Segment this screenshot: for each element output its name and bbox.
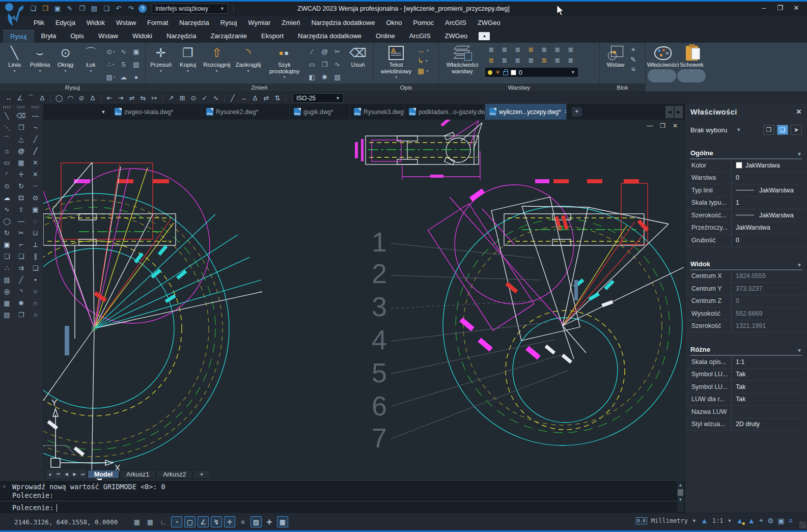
ribbon-tab[interactable]: Bryła [34,30,64,43]
section-header-rozne[interactable]: Różne▼ [690,346,802,356]
layer-current-icon[interactable]: ≣ [485,55,498,66]
chamfer-icon[interactable]: ╱ [15,274,27,286]
dimension-linear-icon[interactable]: ↔▾ [418,46,429,54]
property-row[interactable]: Styl wizua... 2D druty [686,418,806,431]
snap-endpoint-icon[interactable]: — [30,110,42,122]
rectangle-edit-icon[interactable]: ▭ [305,58,318,71]
snap-segment2-icon[interactable]: ╱ [30,145,42,157]
fillet-icon[interactable]: ◝ [15,286,27,297]
scroll-down-icon[interactable]: ▼ [679,497,682,503]
dim-jog-line-icon[interactable]: ∿ [210,94,221,102]
annotation-monitor-icon[interactable]: ▦ [277,516,288,527]
polygon-icon[interactable]: ⌂ [1,145,13,157]
angle-snap-icon[interactable]: ∠ [198,516,209,527]
snap-midpoint-icon[interactable]: ¬ [30,122,42,133]
property-row[interactable]: LUW dla r... Tak [686,394,806,406]
trim-icon[interactable]: ✂ [331,45,344,58]
snap-from-icon[interactable]: ∩ [30,297,42,309]
dim-linear-icon[interactable]: ↔ [3,94,14,102]
polyline-button[interactable]: ⌣ Polilinia ▾ [28,44,52,82]
snap-node-icon[interactable]: ◌ [30,215,42,227]
command-scrollbar[interactable]: ▲ ▼ [677,482,684,512]
snap-settings-icon[interactable]: ∩ [30,309,42,321]
arc-icon[interactable]: ⌒ [1,133,13,145]
ribbon-tab[interactable]: Narzędzia [159,30,204,43]
dim-text-edit-icon[interactable]: ∆ [249,94,261,102]
make-block-icon[interactable]: ❑ [1,250,13,262]
status-menu-icon[interactable]: ≡ [789,517,793,525]
snap-extension-icon[interactable]: ┄ [30,180,42,192]
snap-tracking-icon[interactable]: ↯ [211,516,222,527]
property-row[interactable]: Symbol LU... Tak [686,369,806,381]
ribbon-tab[interactable]: Online [369,30,402,43]
first-layout-icon[interactable]: ⏮ [54,470,62,479]
array-icon[interactable]: ▦ [15,157,27,169]
polar-tracking-icon[interactable]: ◔ [171,516,182,527]
grip-stretch-icon[interactable]: ⇉ [15,262,27,274]
settings-gear-icon[interactable]: ⚙ [767,517,774,525]
dim-diameter-icon[interactable]: ⊘ [76,94,87,102]
arc-3point-icon[interactable]: ↻ [1,227,13,239]
fillet-button[interactable]: ◝ Zaokrąglij ▾ [233,44,264,82]
layout-tab[interactable]: + [193,470,210,479]
save-as-icon[interactable]: ✎ [65,4,74,13]
dim-aligned-icon[interactable]: ∠ [14,94,25,102]
revcloud-icon[interactable]: ☁ [1,192,13,204]
block-create-icon[interactable]: ⌖ [630,45,636,54]
circle-button[interactable]: ⊙ Okrąg ▾ [53,44,77,82]
erase-icon[interactable]: ⌫ [15,110,27,122]
dynamic-input-icon[interactable]: ✛ [224,516,235,527]
wipeout-icon[interactable]: ▧ [130,58,143,71]
snap-quadrant-icon[interactable]: ▣ [30,204,42,215]
copy-icon[interactable]: ❐ [15,122,27,133]
property-row[interactable]: Typ linii JakWarstwa [686,184,806,197]
dim-override-icon[interactable]: ⇄ [261,94,272,102]
dim-update-icon[interactable]: ↦ [149,94,160,102]
ellipse-icon[interactable]: ◯ [1,215,13,227]
property-row[interactable]: Warstwa 0 [686,172,806,185]
toggle-pickadd-icon[interactable]: ➤ [791,125,802,135]
donut-icon[interactable]: ● [130,71,143,83]
snap-perpendicular-icon[interactable]: ⊥ [30,239,42,250]
snap-apparent-icon[interactable]: ✕ [30,169,42,180]
dim-arc-icon[interactable]: ⌒ [25,94,37,103]
fullscreen-icon[interactable]: ▣ [778,517,785,525]
mirror-icon[interactable]: △ [15,133,27,145]
ribbon-tab[interactable]: Narzędzia dodatkowe [291,30,369,43]
layer-off-icon[interactable]: ≣ [485,44,498,55]
region-icon[interactable]: ▣ [130,45,143,58]
offset-icon[interactable]: @ [15,145,27,157]
menu-item[interactable]: ZWGeo [472,17,506,29]
hatch-icon[interactable]: ▨ [104,71,117,83]
command-close-icon[interactable]: ✕ [3,483,6,490]
object-snap-icon[interactable]: ▢ [184,516,196,527]
line-button[interactable]: ╲ Linia ▾ [3,44,26,82]
precision-icon[interactable]: 0.0 [636,517,647,524]
dim-radius-icon[interactable]: ◯ [53,94,65,102]
dim-oblique-icon[interactable]: ╱ [227,94,238,102]
mleader-icon[interactable]: ↗ [165,94,177,102]
donut-icon[interactable]: ◎ [1,286,13,297]
annotation-scale-value[interactable]: 1:1 [712,517,723,524]
cycle-select-icon[interactable]: ✚ [264,516,275,527]
snap-segment-icon[interactable]: ╱ [30,133,42,145]
toolbar-grip[interactable] [17,106,25,108]
grid-display-icon[interactable]: ▦ [145,516,156,527]
explode-icon[interactable]: ✺ [15,297,27,309]
ribbon-tab[interactable]: Zarządzanie [203,30,254,43]
ribbon-tab[interactable]: Widoki [125,30,159,43]
menu-item[interactable]: Zmień [276,17,305,29]
layer-combo[interactable]: ☀ 0 ▼ [485,67,578,77]
layer-previous-icon[interactable]: ≣ [524,55,538,66]
grid-icon[interactable]: ▦ [131,516,143,527]
menu-item[interactable]: ArcGIS [439,17,472,29]
snap-point-icon[interactable]: ▪ [30,274,42,286]
menu-item[interactable]: Rysuj [215,17,243,29]
circle-icon[interactable]: ⊙ [1,180,13,192]
property-row[interactable]: Grubość 0 [686,234,806,247]
menu-item[interactable]: Pomoc [408,17,439,29]
dim-space-icon[interactable]: ⇌ [126,94,137,102]
panel-close-icon[interactable]: ✕ [796,108,802,116]
dim-jogged-icon[interactable]: ◠ [65,94,76,102]
spline-icon[interactable]: ∿ [117,45,130,58]
